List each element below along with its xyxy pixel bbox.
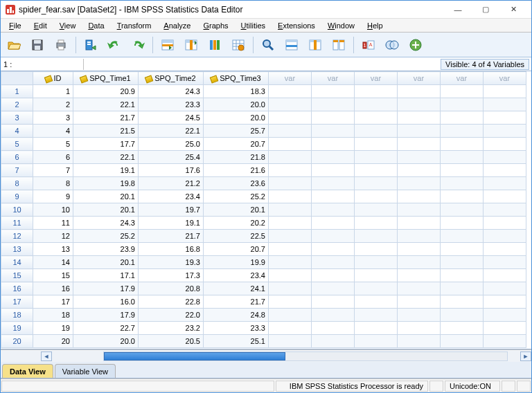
- toolbar-open-button[interactable]: [3, 35, 24, 55]
- column-header-id[interactable]: ID: [33, 72, 73, 85]
- cell[interactable]: 24.1: [204, 282, 269, 295]
- cell[interactable]: 20.7: [204, 243, 269, 256]
- cell-empty[interactable]: [398, 138, 441, 151]
- cell-empty[interactable]: [398, 164, 441, 177]
- cell-empty[interactable]: [398, 203, 441, 217]
- cell-empty[interactable]: [355, 98, 398, 111]
- cell[interactable]: 22.1: [139, 125, 204, 138]
- cell-empty[interactable]: [398, 230, 441, 243]
- cell-empty[interactable]: [312, 203, 355, 217]
- cell-empty[interactable]: [441, 309, 484, 322]
- cell-empty[interactable]: [484, 309, 526, 322]
- cell[interactable]: 22.8: [139, 295, 204, 309]
- cell-empty[interactable]: [441, 111, 484, 125]
- cell[interactable]: 21.8: [204, 151, 269, 164]
- row-number[interactable]: 1: [1, 85, 33, 98]
- cell[interactable]: 20.5: [139, 335, 204, 348]
- cell-empty[interactable]: [441, 282, 484, 295]
- cell-empty[interactable]: [441, 203, 484, 217]
- cell-empty[interactable]: [355, 243, 398, 256]
- cell[interactable]: 16.0: [73, 295, 139, 309]
- cell-empty[interactable]: [441, 269, 484, 282]
- cell[interactable]: 1: [33, 85, 73, 98]
- cell-empty[interactable]: [355, 335, 398, 348]
- cell-empty[interactable]: [355, 164, 398, 177]
- cell[interactable]: 25.7: [204, 125, 269, 138]
- cell-empty[interactable]: [269, 98, 312, 111]
- cell-empty[interactable]: [269, 85, 312, 98]
- cell[interactable]: 7: [33, 164, 73, 177]
- cell[interactable]: 24.5: [139, 111, 204, 125]
- hscroll-left-button[interactable]: ◄: [41, 351, 52, 361]
- cell-empty[interactable]: [484, 111, 526, 125]
- cell-empty[interactable]: [441, 98, 484, 111]
- cell-empty[interactable]: [484, 177, 526, 190]
- toolbar-insert-case-button[interactable]: [281, 35, 302, 55]
- cell-empty[interactable]: [312, 125, 355, 138]
- maximize-button[interactable]: ▢: [472, 1, 499, 18]
- cell[interactable]: 16: [33, 282, 73, 295]
- cell-empty[interactable]: [269, 151, 312, 164]
- cell-empty[interactable]: [441, 164, 484, 177]
- cell[interactable]: 20.8: [139, 282, 204, 295]
- cell[interactable]: 24.3: [73, 217, 139, 230]
- cell-empty[interactable]: [269, 190, 312, 203]
- cell-empty[interactable]: [355, 151, 398, 164]
- cell[interactable]: 20.7: [204, 138, 269, 151]
- row-number[interactable]: 12: [1, 230, 33, 243]
- row-number[interactable]: 15: [1, 269, 33, 282]
- cell-empty[interactable]: [355, 85, 398, 98]
- tab-data-view[interactable]: Data View: [2, 364, 53, 378]
- cell-empty[interactable]: [269, 335, 312, 348]
- toolbar-value-labels-button[interactable]: [405, 35, 426, 55]
- cell[interactable]: 21.2: [139, 177, 204, 190]
- cell[interactable]: 23.2: [139, 322, 204, 335]
- column-header-spq_time3[interactable]: SPQ_Time3: [204, 72, 269, 85]
- row-number[interactable]: 11: [1, 217, 33, 230]
- cell[interactable]: 13: [33, 243, 73, 256]
- toolbar-undo-button[interactable]: [104, 35, 125, 55]
- cell-empty[interactable]: [441, 295, 484, 309]
- cell-empty[interactable]: [355, 269, 398, 282]
- cell[interactable]: 21.7: [204, 295, 269, 309]
- row-number[interactable]: 17: [1, 295, 33, 309]
- cell-empty[interactable]: [484, 243, 526, 256]
- row-number[interactable]: 18: [1, 309, 33, 322]
- menu-view[interactable]: View: [54, 20, 82, 31]
- cell-empty[interactable]: [312, 85, 355, 98]
- cell[interactable]: 25.2: [204, 190, 269, 203]
- cell[interactable]: 16.8: [139, 243, 204, 256]
- cell-empty[interactable]: [312, 164, 355, 177]
- cell[interactable]: 3: [33, 111, 73, 125]
- hscroll-thumb[interactable]: [104, 352, 285, 360]
- cell-empty[interactable]: [355, 217, 398, 230]
- cell[interactable]: 20.0: [73, 335, 139, 348]
- cell-empty[interactable]: [312, 269, 355, 282]
- hscroll-right-button[interactable]: ►: [520, 351, 531, 361]
- tab-variable-view[interactable]: Variable View: [55, 364, 116, 378]
- cell-empty[interactable]: [484, 190, 526, 203]
- cell-empty[interactable]: [355, 125, 398, 138]
- cell[interactable]: 20.0: [204, 98, 269, 111]
- cell[interactable]: 17.3: [139, 269, 204, 282]
- row-number[interactable]: 4: [1, 125, 33, 138]
- cell-empty[interactable]: [441, 177, 484, 190]
- cell[interactable]: 18.3: [204, 85, 269, 98]
- menu-analyze[interactable]: Analyze: [158, 20, 196, 31]
- cell-empty[interactable]: [312, 177, 355, 190]
- hscroll-track[interactable]: [103, 351, 508, 361]
- toolbar-print-button[interactable]: [51, 35, 71, 55]
- cell-empty[interactable]: [484, 203, 526, 217]
- cell-empty[interactable]: [312, 230, 355, 243]
- cell[interactable]: 14: [33, 256, 73, 269]
- column-header-empty[interactable]: var: [312, 72, 355, 85]
- cell[interactable]: 20.1: [73, 190, 139, 203]
- column-header-empty[interactable]: var: [484, 72, 526, 85]
- row-number[interactable]: 13: [1, 243, 33, 256]
- toolbar-recall-button[interactable]: [80, 35, 101, 55]
- cell[interactable]: 22.1: [73, 98, 139, 111]
- cell[interactable]: 21.7: [139, 230, 204, 243]
- cell-empty[interactable]: [398, 243, 441, 256]
- cell[interactable]: 17.1: [73, 269, 139, 282]
- cell-empty[interactable]: [398, 256, 441, 269]
